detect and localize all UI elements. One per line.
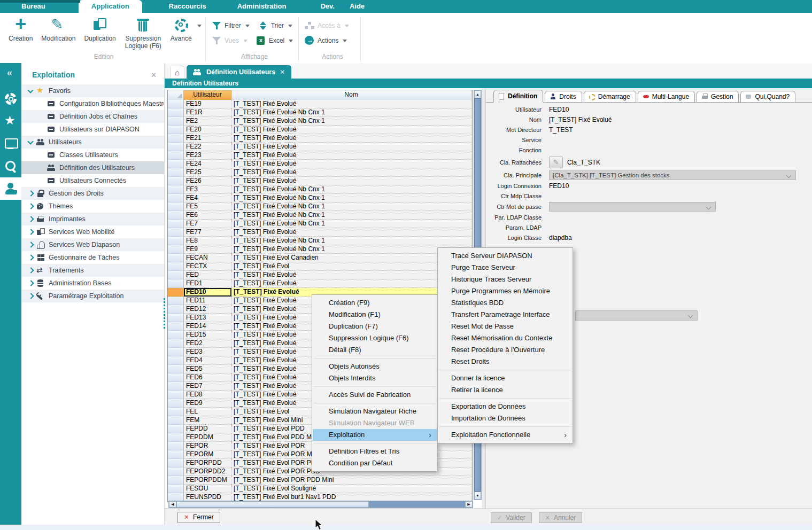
- user-cell[interactable]: FED5: [184, 365, 231, 373]
- context-menu-item[interactable]: [314, 403, 436, 403]
- tree-item[interactable]: Classes Utilisateurs: [21, 149, 164, 161]
- panel-resize-grip[interactable]: [164, 298, 165, 329]
- submenu-item[interactable]: Purge Programmes en Mémoire: [438, 285, 572, 297]
- row-selector[interactable]: [168, 365, 184, 373]
- submenu-item[interactable]: Trace Serveur DIAPASON: [438, 250, 572, 262]
- user-cell[interactable]: FE19: [184, 100, 231, 108]
- context-menu-item[interactable]: [314, 443, 436, 443]
- user-cell[interactable]: FEPORPDDM: [184, 476, 231, 485]
- user-cell[interactable]: FEPOR: [184, 442, 231, 450]
- tree-item[interactable]: Imprimantes: [21, 213, 164, 225]
- name-cell[interactable]: [T_TEST] Fixé Evolué Nb Cnx 1: [231, 211, 471, 220]
- row-selector[interactable]: [168, 108, 184, 117]
- submenu-item[interactable]: Donner la licence: [438, 372, 572, 384]
- name-cell[interactable]: [T_TEST] Fixé Evolué Nb Cnx 1: [231, 185, 471, 194]
- context-menu-item[interactable]: Duplication (F7): [313, 321, 437, 332]
- row-selector[interactable]: [168, 305, 184, 314]
- tree-item[interactable]: Définition Jobs et Chaînes: [21, 110, 164, 123]
- name-cell[interactable]: [T_TEST] Fixé Evolué: [231, 160, 471, 168]
- detail-tab[interactable]: Définition: [493, 90, 543, 102]
- row-selector[interactable]: [168, 348, 184, 356]
- name-cell[interactable]: [T_TEST] Fixé Evolué: [231, 143, 471, 151]
- table-row[interactable]: FE4 [T_TEST] Fixé Evolué Nb Cnx 1: [168, 194, 472, 202]
- horizontal-scroll-thumb[interactable]: [176, 501, 369, 508]
- row-selector[interactable]: [168, 271, 184, 279]
- row-selector[interactable]: [168, 185, 184, 194]
- row-selector[interactable]: [168, 425, 184, 433]
- name-cell[interactable]: [T_TEST] Fixé Evol Souligné: [231, 485, 471, 493]
- table-row[interactable]: FE6 [T_TEST] Fixé Evolué Nb Cnx 1: [168, 211, 472, 220]
- row-selector[interactable]: [168, 126, 184, 134]
- user-cell[interactable]: FEPORM: [184, 450, 231, 459]
- table-row[interactable]: FEPORPDDM [T_TEST] Fixé Evol POR PDD Min…: [168, 476, 472, 485]
- table-row[interactable]: FECAN [T_TEST] Fixé Evol Canadien: [168, 254, 472, 262]
- field-value[interactable]: FED10: [549, 182, 569, 190]
- chevron-icon[interactable]: [27, 254, 35, 261]
- row-selector[interactable]: [168, 373, 184, 382]
- tree-item[interactable]: Utilisateurs Connectés: [21, 174, 164, 187]
- user-cell[interactable]: FE22: [184, 143, 231, 151]
- user-cell[interactable]: FE21: [184, 134, 231, 143]
- table-row[interactable]: FE2 [T_TEST] Fixé Evolué Nb Cnx 1: [168, 117, 472, 126]
- user-cell[interactable]: FE5: [184, 202, 231, 211]
- rail-desktop-button[interactable]: [0, 132, 21, 155]
- tree-item[interactable]: Traitements: [21, 264, 164, 277]
- user-cell[interactable]: FED2: [184, 339, 231, 348]
- detail-tab[interactable]: Gestion: [697, 91, 739, 102]
- submenu-item[interactable]: Transfert Parametrage Interface: [438, 309, 572, 321]
- suppression-logique-button[interactable]: Suppression Logique (F6): [120, 15, 166, 50]
- user-cell[interactable]: FE2: [184, 117, 231, 126]
- chevron-icon[interactable]: [27, 190, 35, 197]
- row-selector[interactable]: [168, 100, 184, 108]
- submenu-item[interactable]: Retirer la licence: [438, 384, 572, 396]
- scroll-right-button[interactable]: ▶: [465, 501, 473, 508]
- user-cell[interactable]: FE7: [184, 220, 231, 228]
- detail-tab[interactable]: Multi-Langue: [638, 91, 695, 102]
- row-selector[interactable]: [168, 288, 184, 297]
- chevron-down-icon[interactable]: [245, 25, 250, 27]
- row-selector[interactable]: [168, 228, 184, 237]
- row-selector[interactable]: [168, 467, 184, 476]
- chevron-icon[interactable]: [27, 202, 35, 210]
- context-menu-item[interactable]: Exploitation: [313, 429, 437, 441]
- row-selector[interactable]: [168, 151, 184, 160]
- table-row[interactable]: FE25 [T_TEST] Fixé Evolué: [168, 168, 472, 177]
- row-selector[interactable]: [168, 391, 184, 399]
- submenu-item[interactable]: Historique Traces Serveur: [438, 274, 572, 285]
- fermer-button[interactable]: ✕ Fermer: [177, 512, 220, 523]
- name-cell[interactable]: [T_TEST] Fixé Evolué Nb Cnx 1: [231, 220, 471, 228]
- submenu-item[interactable]: Reset Procédure à l'Ouverture: [438, 344, 572, 356]
- row-selector[interactable]: [168, 408, 184, 416]
- user-cell[interactable]: FEL: [184, 408, 231, 416]
- table-row[interactable]: FE5 [T_TEST] Fixé Evolué Nb Cnx 1: [168, 202, 472, 211]
- table-row[interactable]: FE77 [T_TEST] Fixé Evolué: [168, 228, 472, 237]
- tree-item[interactable]: Services Web Diapason: [21, 238, 164, 251]
- submenu-item[interactable]: Purge Trace Serveur: [438, 262, 572, 274]
- user-cell[interactable]: FED7: [184, 382, 231, 391]
- excel-button[interactable]: Excel: [256, 35, 293, 46]
- name-cell[interactable]: [T_TEST] Fixé Evolué: [231, 126, 471, 134]
- tree-item[interactable]: Administration Bases: [21, 277, 164, 290]
- field-value[interactable]: FED10: [549, 106, 569, 113]
- corner-header-cell[interactable]: [168, 90, 184, 100]
- user-cell[interactable]: FE24: [184, 160, 231, 168]
- context-menu-item[interactable]: Définition Filtres et Tris: [313, 446, 437, 457]
- user-cell[interactable]: FE25: [184, 168, 231, 177]
- context-menu-item[interactable]: Création (F9): [313, 297, 437, 309]
- user-cell[interactable]: FECAN: [184, 254, 231, 262]
- field-value[interactable]: Cla_T_STK: [567, 159, 600, 166]
- user-cell[interactable]: FE1R: [184, 108, 231, 117]
- submenu-item[interactable]: Reset Droits: [438, 356, 572, 368]
- name-cell[interactable]: [T_TEST] Fixé Evolué: [231, 100, 471, 108]
- submenu-item[interactable]: Importation de Données: [438, 412, 572, 424]
- context-menu-item[interactable]: Suppression Logique (F6): [313, 332, 437, 344]
- scroll-down-button[interactable]: ▼: [474, 492, 481, 500]
- user-cell[interactable]: FED8: [184, 391, 231, 399]
- table-row[interactable]: FE3 [T_TEST] Fixé Evolué Nb Cnx 1: [168, 185, 472, 194]
- collapse-sidebar-button[interactable]: [0, 63, 21, 83]
- name-cell[interactable]: [T_TEST] Fixé Evol Canadien: [231, 254, 471, 262]
- horizontal-scroll-track[interactable]: [369, 501, 465, 508]
- row-selector[interactable]: [168, 177, 184, 185]
- tree-item[interactable]: Services Web Mobilité: [21, 225, 164, 238]
- row-selector[interactable]: [168, 416, 184, 425]
